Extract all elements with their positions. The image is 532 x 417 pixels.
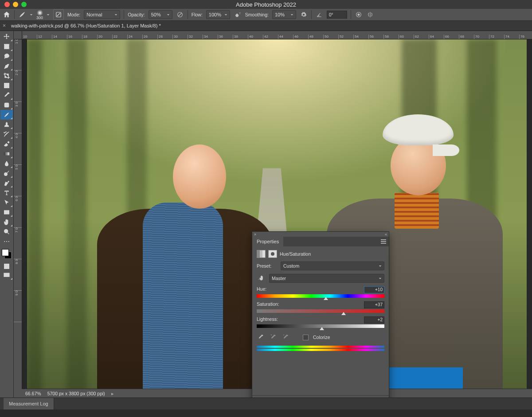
screen-mode-icon[interactable]: [0, 270, 13, 280]
move-tool[interactable]: [0, 32, 13, 42]
svg-point-8: [7, 64, 8, 66]
quick-mask-icon[interactable]: [3, 262, 11, 270]
smoothing-field[interactable]: 10%: [272, 10, 296, 19]
blend-mode-value: Normal: [86, 12, 102, 17]
ruler-horizontal[interactable]: 1012141618202224262830323436384042444648…: [22, 31, 532, 39]
rectangle-tool[interactable]: [0, 207, 13, 217]
eyedropper-subtract-icon[interactable]: [282, 333, 289, 341]
eraser-tool[interactable]: [0, 139, 13, 149]
panel-close-icon[interactable]: ×: [254, 232, 256, 237]
measurement-log-tab[interactable]: Measurement Log: [4, 398, 54, 409]
document-tab[interactable]: × walking-with-patrick.psd @ 66.7% (Hue/…: [3, 23, 161, 29]
hue-slider[interactable]: [257, 294, 384, 298]
color-swatches[interactable]: [2, 249, 12, 259]
window-titlebar: Adobe Photoshop 2022: [0, 0, 532, 9]
edit-toolbar-icon[interactable]: [0, 237, 13, 246]
zoom-tool[interactable]: [0, 227, 13, 237]
flow-field[interactable]: 100%: [206, 10, 230, 19]
lightness-value-field[interactable]: +2: [364, 316, 384, 323]
pressure-size-icon[interactable]: [355, 11, 363, 19]
ruler-vertical[interactable]: 1 02 03 04 05 06 07 08 09 0: [14, 39, 22, 398]
close-window-icon[interactable]: [4, 2, 10, 7]
clip-to-layer-icon[interactable]: [338, 397, 347, 398]
flow-value: 100%: [209, 12, 221, 17]
brush-size-preview[interactable]: 300: [36, 10, 43, 20]
svg-rect-13: [4, 210, 9, 214]
preset-select[interactable]: Custom: [281, 261, 384, 270]
eyedropper-set-icon[interactable]: [257, 333, 265, 341]
type-tool[interactable]: [0, 188, 13, 198]
panel-tabs: Properties: [252, 237, 389, 246]
panel-collapse-icon[interactable]: «: [385, 232, 387, 237]
lightness-slider[interactable]: [257, 324, 384, 328]
brush-settings-icon[interactable]: [53, 9, 64, 20]
path-select-tool[interactable]: [0, 198, 13, 207]
previous-state-icon[interactable]: [348, 397, 357, 398]
opacity-field[interactable]: 50%: [149, 10, 172, 19]
layer-mask-icon[interactable]: [268, 250, 277, 258]
eyedropper-tool[interactable]: [0, 90, 13, 100]
airbrush-icon[interactable]: [234, 11, 242, 19]
history-brush-tool[interactable]: [0, 129, 13, 139]
reset-icon[interactable]: [358, 397, 367, 398]
doc-info[interactable]: 5700 px x 3800 px (300 ppi): [47, 391, 105, 396]
svg-point-12: [4, 173, 8, 176]
clone-stamp-tool[interactable]: [0, 120, 13, 129]
lasso-tool[interactable]: [0, 51, 13, 61]
hue-sat-icon[interactable]: [257, 250, 266, 258]
subject-left: [77, 93, 277, 398]
mode-label: Mode:: [67, 12, 80, 17]
symmetry-icon[interactable]: [366, 11, 374, 19]
ruler-origin[interactable]: [14, 31, 22, 39]
slider-thumb-icon[interactable]: [341, 312, 346, 315]
dodge-tool[interactable]: [0, 168, 13, 178]
chevron-down-icon[interactable]: [47, 13, 50, 16]
pressure-opacity-icon[interactable]: [176, 11, 184, 19]
angle-icon[interactable]: [315, 11, 323, 19]
eyedropper-add-icon[interactable]: [269, 333, 277, 341]
frame-tool[interactable]: [0, 81, 13, 90]
hand-tool[interactable]: [0, 217, 13, 227]
svg-rect-11: [4, 152, 9, 156]
targeted-adjust-icon[interactable]: [257, 274, 266, 283]
visibility-eye-icon[interactable]: [368, 397, 376, 398]
delete-trash-icon[interactable]: [377, 397, 386, 398]
fullscreen-window-icon[interactable]: [21, 2, 27, 7]
blend-mode-select[interactable]: Normal: [84, 10, 120, 19]
crop-tool[interactable]: [0, 71, 13, 81]
slider-thumb-icon[interactable]: [320, 327, 324, 330]
pen-tool[interactable]: [0, 178, 13, 188]
panel-footer: [252, 395, 389, 398]
chevron-down-icon: [379, 277, 382, 280]
close-tab-icon[interactable]: ×: [3, 23, 6, 29]
zoom-readout[interactable]: 66.67%: [25, 391, 41, 396]
hue-value-field[interactable]: +10: [364, 286, 384, 293]
chevron-down-icon[interactable]: [30, 13, 33, 16]
quick-select-tool[interactable]: [0, 61, 13, 71]
minimize-window-icon[interactable]: [13, 2, 18, 7]
foreground-color-swatch[interactable]: [2, 249, 9, 256]
color-range-bars[interactable]: [257, 346, 384, 351]
saturation-slider[interactable]: [257, 309, 384, 313]
channel-select[interactable]: Master: [269, 274, 384, 283]
smoothing-options-gear-icon[interactable]: [300, 11, 308, 19]
properties-tab[interactable]: Properties: [252, 237, 283, 246]
colorize-checkbox[interactable]: [303, 335, 309, 340]
properties-panel[interactable]: × « Properties Hue/Saturation Preset:: [252, 231, 389, 398]
status-menu-chevron-icon[interactable]: ▸: [111, 391, 114, 396]
panel-menu-icon[interactable]: [378, 237, 389, 246]
panel-drag-bar[interactable]: × «: [252, 232, 389, 237]
home-icon[interactable]: [3, 11, 11, 19]
angle-value: 0°: [329, 12, 333, 17]
angle-field[interactable]: 0°: [327, 11, 347, 19]
gradient-tool[interactable]: [0, 149, 13, 159]
spot-heal-tool[interactable]: [0, 100, 13, 110]
saturation-value-field[interactable]: +37: [364, 301, 384, 308]
marquee-tool[interactable]: [0, 42, 13, 51]
slider-thumb-icon[interactable]: [324, 297, 328, 300]
blur-tool[interactable]: [0, 159, 13, 168]
tool-preset-brush-icon[interactable]: [18, 11, 26, 19]
adjustment-header: Hue/Saturation: [257, 250, 384, 258]
smoothing-value: 10%: [275, 12, 285, 17]
brush-tool[interactable]: [0, 110, 13, 120]
